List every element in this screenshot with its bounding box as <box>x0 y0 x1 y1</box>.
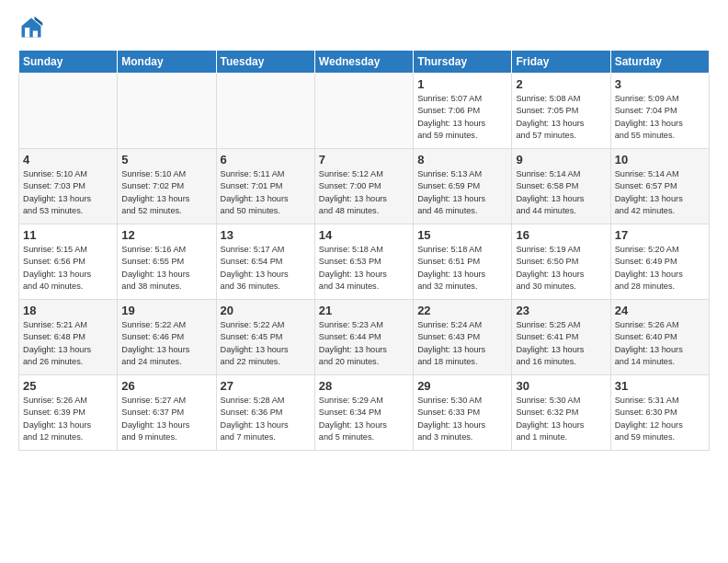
header-row: SundayMondayTuesdayWednesdayThursdayFrid… <box>19 51 710 74</box>
day-info: Sunrise: 5:30 AMSunset: 6:32 PMDaylight:… <box>516 395 606 443</box>
day-number: 8 <box>417 153 507 167</box>
day-info: Sunrise: 5:29 AMSunset: 6:34 PMDaylight:… <box>319 395 409 443</box>
day-number: 21 <box>319 304 409 317</box>
week-row-3: 11Sunrise: 5:15 AMSunset: 6:56 PMDayligh… <box>19 224 710 300</box>
day-number: 25 <box>23 379 113 393</box>
day-info: Sunrise: 5:28 AMSunset: 6:36 PMDaylight:… <box>221 395 311 443</box>
day-cell: 14Sunrise: 5:18 AMSunset: 6:53 PMDayligh… <box>314 224 413 300</box>
day-info: Sunrise: 5:31 AMSunset: 6:30 PMDaylight:… <box>615 395 705 443</box>
day-number: 30 <box>516 379 606 393</box>
week-row-4: 18Sunrise: 5:21 AMSunset: 6:48 PMDayligh… <box>19 300 710 375</box>
header <box>18 15 710 40</box>
col-header-monday: Monday <box>118 51 216 74</box>
day-info: Sunrise: 5:16 AMSunset: 6:55 PMDaylight:… <box>121 244 211 293</box>
day-info: Sunrise: 5:14 AMSunset: 6:58 PMDaylight:… <box>516 168 606 217</box>
day-info: Sunrise: 5:19 AMSunset: 6:50 PMDaylight:… <box>516 244 606 293</box>
day-info: Sunrise: 5:15 AMSunset: 6:56 PMDaylight:… <box>23 244 113 293</box>
day-cell: 29Sunrise: 5:30 AMSunset: 6:33 PMDayligh… <box>414 375 512 451</box>
day-cell: 25Sunrise: 5:26 AMSunset: 6:39 PMDayligh… <box>19 375 118 451</box>
day-info: Sunrise: 5:14 AMSunset: 6:57 PMDaylight:… <box>615 168 705 217</box>
day-info: Sunrise: 5:12 AMSunset: 7:00 PMDaylight:… <box>319 168 409 217</box>
col-header-saturday: Saturday <box>610 51 709 74</box>
day-cell <box>314 74 413 149</box>
day-number: 24 <box>615 304 705 317</box>
col-header-sunday: Sunday <box>19 51 118 74</box>
day-number: 10 <box>615 153 705 167</box>
col-header-friday: Friday <box>512 51 610 74</box>
week-row-1: 1Sunrise: 5:07 AMSunset: 7:06 PMDaylight… <box>19 74 710 149</box>
day-number: 1 <box>417 77 507 91</box>
day-info: Sunrise: 5:07 AMSunset: 7:06 PMDaylight:… <box>417 93 507 142</box>
day-info: Sunrise: 5:09 AMSunset: 7:04 PMDaylight:… <box>615 93 705 142</box>
day-number: 17 <box>615 228 705 242</box>
day-cell: 18Sunrise: 5:21 AMSunset: 6:48 PMDayligh… <box>19 300 118 375</box>
day-number: 15 <box>417 228 507 242</box>
day-cell: 10Sunrise: 5:14 AMSunset: 6:57 PMDayligh… <box>610 149 709 224</box>
day-cell: 28Sunrise: 5:29 AMSunset: 6:34 PMDayligh… <box>314 375 413 451</box>
day-cell: 1Sunrise: 5:07 AMSunset: 7:06 PMDaylight… <box>414 74 512 149</box>
day-cell <box>118 74 216 149</box>
week-row-2: 4Sunrise: 5:10 AMSunset: 7:03 PMDaylight… <box>19 149 710 224</box>
svg-rect-3 <box>33 31 38 38</box>
day-cell: 23Sunrise: 5:25 AMSunset: 6:41 PMDayligh… <box>512 300 610 375</box>
day-info: Sunrise: 5:23 AMSunset: 6:44 PMDaylight:… <box>319 319 409 368</box>
day-cell: 31Sunrise: 5:31 AMSunset: 6:30 PMDayligh… <box>610 375 709 451</box>
day-cell: 8Sunrise: 5:13 AMSunset: 6:59 PMDaylight… <box>414 149 512 224</box>
day-info: Sunrise: 5:24 AMSunset: 6:43 PMDaylight:… <box>417 319 507 368</box>
day-number: 29 <box>417 379 507 393</box>
day-cell: 12Sunrise: 5:16 AMSunset: 6:55 PMDayligh… <box>118 224 216 300</box>
col-header-thursday: Thursday <box>414 51 512 74</box>
logo <box>18 15 48 40</box>
day-info: Sunrise: 5:10 AMSunset: 7:02 PMDaylight:… <box>121 168 211 217</box>
day-info: Sunrise: 5:08 AMSunset: 7:05 PMDaylight:… <box>516 93 606 142</box>
day-number: 19 <box>121 304 211 317</box>
day-number: 23 <box>516 304 606 317</box>
calendar-table: SundayMondayTuesdayWednesdayThursdayFrid… <box>18 50 710 451</box>
day-info: Sunrise: 5:27 AMSunset: 6:37 PMDaylight:… <box>121 395 211 443</box>
day-cell: 6Sunrise: 5:11 AMSunset: 7:01 PMDaylight… <box>216 149 314 224</box>
day-cell: 2Sunrise: 5:08 AMSunset: 7:05 PMDaylight… <box>512 74 610 149</box>
day-info: Sunrise: 5:22 AMSunset: 6:45 PMDaylight:… <box>221 319 311 368</box>
day-number: 11 <box>23 228 113 242</box>
day-cell: 27Sunrise: 5:28 AMSunset: 6:36 PMDayligh… <box>216 375 314 451</box>
day-number: 6 <box>221 153 311 167</box>
page: SundayMondayTuesdayWednesdayThursdayFrid… <box>0 0 728 460</box>
day-cell: 15Sunrise: 5:18 AMSunset: 6:51 PMDayligh… <box>414 224 512 300</box>
day-cell: 4Sunrise: 5:10 AMSunset: 7:03 PMDaylight… <box>19 149 118 224</box>
day-info: Sunrise: 5:10 AMSunset: 7:03 PMDaylight:… <box>23 168 113 217</box>
day-cell <box>19 74 118 149</box>
svg-rect-2 <box>25 28 29 38</box>
day-cell: 20Sunrise: 5:22 AMSunset: 6:45 PMDayligh… <box>216 300 314 375</box>
day-info: Sunrise: 5:26 AMSunset: 6:40 PMDaylight:… <box>615 319 705 368</box>
day-info: Sunrise: 5:20 AMSunset: 6:49 PMDaylight:… <box>615 244 705 293</box>
day-cell: 9Sunrise: 5:14 AMSunset: 6:58 PMDaylight… <box>512 149 610 224</box>
day-cell: 19Sunrise: 5:22 AMSunset: 6:46 PMDayligh… <box>118 300 216 375</box>
day-cell: 26Sunrise: 5:27 AMSunset: 6:37 PMDayligh… <box>118 375 216 451</box>
day-number: 28 <box>319 379 409 393</box>
col-header-tuesday: Tuesday <box>216 51 314 74</box>
day-cell: 3Sunrise: 5:09 AMSunset: 7:04 PMDaylight… <box>610 74 709 149</box>
day-number: 14 <box>319 228 409 242</box>
day-info: Sunrise: 5:18 AMSunset: 6:53 PMDaylight:… <box>319 244 409 293</box>
day-cell: 16Sunrise: 5:19 AMSunset: 6:50 PMDayligh… <box>512 224 610 300</box>
day-number: 22 <box>417 304 507 317</box>
day-cell: 13Sunrise: 5:17 AMSunset: 6:54 PMDayligh… <box>216 224 314 300</box>
col-header-wednesday: Wednesday <box>314 51 413 74</box>
day-cell: 30Sunrise: 5:30 AMSunset: 6:32 PMDayligh… <box>512 375 610 451</box>
day-cell: 17Sunrise: 5:20 AMSunset: 6:49 PMDayligh… <box>610 224 709 300</box>
day-info: Sunrise: 5:21 AMSunset: 6:48 PMDaylight:… <box>23 319 113 368</box>
day-info: Sunrise: 5:22 AMSunset: 6:46 PMDaylight:… <box>121 319 211 368</box>
day-info: Sunrise: 5:26 AMSunset: 6:39 PMDaylight:… <box>23 395 113 443</box>
day-number: 2 <box>516 77 606 91</box>
day-cell: 24Sunrise: 5:26 AMSunset: 6:40 PMDayligh… <box>610 300 709 375</box>
day-cell: 21Sunrise: 5:23 AMSunset: 6:44 PMDayligh… <box>314 300 413 375</box>
day-cell: 22Sunrise: 5:24 AMSunset: 6:43 PMDayligh… <box>414 300 512 375</box>
day-info: Sunrise: 5:11 AMSunset: 7:01 PMDaylight:… <box>221 168 311 217</box>
day-number: 26 <box>121 379 211 393</box>
day-number: 18 <box>23 304 113 317</box>
day-number: 4 <box>23 153 113 167</box>
day-number: 5 <box>121 153 211 167</box>
day-info: Sunrise: 5:13 AMSunset: 6:59 PMDaylight:… <box>417 168 507 217</box>
day-cell: 5Sunrise: 5:10 AMSunset: 7:02 PMDaylight… <box>118 149 216 224</box>
day-info: Sunrise: 5:25 AMSunset: 6:41 PMDaylight:… <box>516 319 606 368</box>
